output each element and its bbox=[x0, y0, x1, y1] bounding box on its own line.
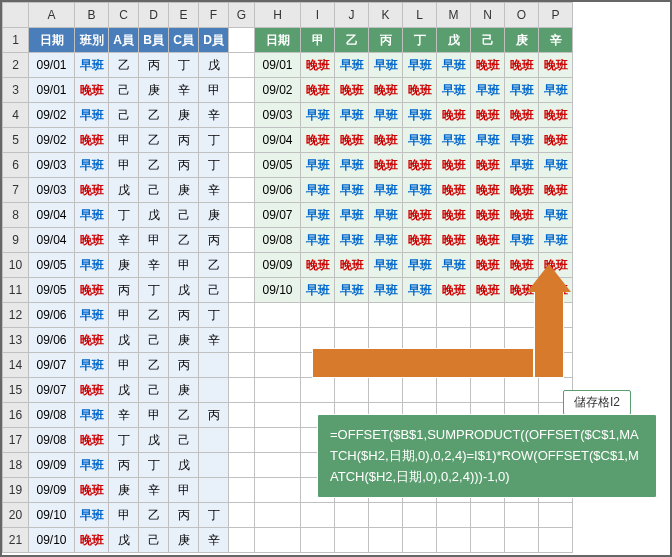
left-cell[interactable]: 丙 bbox=[169, 153, 199, 178]
right-header-cell[interactable]: 乙 bbox=[335, 28, 369, 53]
left-cell[interactable]: 丁 bbox=[169, 53, 199, 78]
col-header[interactable]: D bbox=[139, 3, 169, 28]
left-cell[interactable]: 戊 bbox=[199, 53, 229, 78]
blank-cell[interactable] bbox=[229, 428, 255, 453]
right-header-cell[interactable]: 丁 bbox=[403, 28, 437, 53]
row-header[interactable]: 7 bbox=[3, 178, 29, 203]
empty-cell[interactable] bbox=[505, 528, 539, 553]
right-cell[interactable]: 09/01 bbox=[255, 53, 301, 78]
right-cell[interactable]: 晚班 bbox=[301, 128, 335, 153]
empty-cell[interactable] bbox=[505, 503, 539, 528]
left-cell[interactable]: 己 bbox=[199, 278, 229, 303]
right-cell[interactable]: 晚班 bbox=[369, 78, 403, 103]
left-cell[interactable]: 早班 bbox=[75, 53, 109, 78]
left-cell[interactable]: 丙 bbox=[109, 453, 139, 478]
right-cell[interactable]: 晚班 bbox=[437, 278, 471, 303]
left-cell[interactable]: 庚 bbox=[169, 103, 199, 128]
right-cell[interactable]: 早班 bbox=[505, 228, 539, 253]
right-header-cell[interactable]: 甲 bbox=[301, 28, 335, 53]
blank-cell[interactable] bbox=[229, 378, 255, 403]
left-cell[interactable] bbox=[199, 428, 229, 453]
right-cell[interactable]: 早班 bbox=[301, 203, 335, 228]
left-cell[interactable]: 09/01 bbox=[29, 53, 75, 78]
left-cell[interactable]: 09/05 bbox=[29, 253, 75, 278]
right-cell[interactable]: 晚班 bbox=[505, 178, 539, 203]
empty-cell[interactable] bbox=[255, 528, 301, 553]
right-cell[interactable]: 晚班 bbox=[437, 228, 471, 253]
col-header[interactable]: E bbox=[169, 3, 199, 28]
empty-cell[interactable] bbox=[471, 303, 505, 328]
right-cell[interactable]: 晚班 bbox=[437, 103, 471, 128]
left-header-cell[interactable]: A員 bbox=[109, 28, 139, 53]
col-header[interactable]: M bbox=[437, 3, 471, 28]
right-cell[interactable]: 早班 bbox=[369, 53, 403, 78]
empty-cell[interactable] bbox=[301, 503, 335, 528]
left-cell[interactable]: 晚班 bbox=[75, 328, 109, 353]
blank-cell[interactable] bbox=[229, 528, 255, 553]
empty-cell[interactable] bbox=[403, 503, 437, 528]
left-cell[interactable]: 甲 bbox=[109, 503, 139, 528]
right-cell[interactable]: 晚班 bbox=[335, 253, 369, 278]
left-cell[interactable]: 辛 bbox=[199, 328, 229, 353]
left-cell[interactable]: 戊 bbox=[169, 453, 199, 478]
right-cell[interactable]: 早班 bbox=[403, 53, 437, 78]
right-cell[interactable]: 晚班 bbox=[471, 53, 505, 78]
left-cell[interactable]: 辛 bbox=[169, 78, 199, 103]
right-cell[interactable]: 早班 bbox=[335, 103, 369, 128]
right-cell[interactable]: 早班 bbox=[437, 78, 471, 103]
left-cell[interactable]: 甲 bbox=[109, 153, 139, 178]
left-cell[interactable]: 09/03 bbox=[29, 178, 75, 203]
blank-cell[interactable] bbox=[229, 478, 255, 503]
row-header[interactable]: 3 bbox=[3, 78, 29, 103]
right-cell[interactable]: 早班 bbox=[437, 253, 471, 278]
right-cell[interactable]: 早班 bbox=[403, 103, 437, 128]
left-cell[interactable]: 丁 bbox=[139, 278, 169, 303]
empty-cell[interactable] bbox=[437, 378, 471, 403]
left-cell[interactable]: 己 bbox=[109, 78, 139, 103]
right-header-cell[interactable]: 庚 bbox=[505, 28, 539, 53]
blank-cell[interactable] bbox=[229, 353, 255, 378]
col-header[interactable]: I bbox=[301, 3, 335, 28]
col-header[interactable]: N bbox=[471, 3, 505, 28]
left-cell[interactable]: 丁 bbox=[199, 128, 229, 153]
empty-cell[interactable] bbox=[255, 353, 301, 378]
left-header-cell[interactable]: B員 bbox=[139, 28, 169, 53]
col-header[interactable]: G bbox=[229, 3, 255, 28]
left-cell[interactable]: 丁 bbox=[109, 203, 139, 228]
left-cell[interactable]: 乙 bbox=[169, 403, 199, 428]
right-cell[interactable]: 晚班 bbox=[369, 128, 403, 153]
left-cell[interactable]: 晚班 bbox=[75, 228, 109, 253]
col-header[interactable]: F bbox=[199, 3, 229, 28]
corner-cell[interactable] bbox=[3, 3, 29, 28]
right-cell[interactable]: 晚班 bbox=[403, 153, 437, 178]
blank-cell[interactable] bbox=[229, 78, 255, 103]
row-header[interactable]: 4 bbox=[3, 103, 29, 128]
left-cell[interactable]: 庚 bbox=[109, 478, 139, 503]
right-cell[interactable]: 早班 bbox=[539, 203, 573, 228]
blank-cell[interactable] bbox=[229, 178, 255, 203]
left-cell[interactable]: 晚班 bbox=[75, 178, 109, 203]
row-header[interactable]: 20 bbox=[3, 503, 29, 528]
right-header-cell[interactable]: 丙 bbox=[369, 28, 403, 53]
empty-cell[interactable] bbox=[539, 503, 573, 528]
left-cell[interactable]: 丁 bbox=[199, 153, 229, 178]
empty-cell[interactable] bbox=[335, 378, 369, 403]
row-header[interactable]: 2 bbox=[3, 53, 29, 78]
right-cell[interactable]: 晚班 bbox=[369, 153, 403, 178]
left-cell[interactable]: 09/02 bbox=[29, 103, 75, 128]
left-cell[interactable]: 甲 bbox=[109, 128, 139, 153]
left-cell[interactable]: 早班 bbox=[75, 153, 109, 178]
right-cell[interactable]: 晚班 bbox=[539, 103, 573, 128]
left-cell[interactable]: 丙 bbox=[169, 303, 199, 328]
row-header[interactable]: 17 bbox=[3, 428, 29, 453]
empty-cell[interactable] bbox=[471, 378, 505, 403]
left-cell[interactable]: 09/02 bbox=[29, 128, 75, 153]
right-header-cell[interactable]: 己 bbox=[471, 28, 505, 53]
empty-cell[interactable] bbox=[255, 453, 301, 478]
blank-cell[interactable] bbox=[229, 128, 255, 153]
empty-cell[interactable] bbox=[335, 503, 369, 528]
left-cell[interactable]: 早班 bbox=[75, 303, 109, 328]
left-cell[interactable]: 晚班 bbox=[75, 478, 109, 503]
row-header[interactable]: 18 bbox=[3, 453, 29, 478]
right-cell[interactable]: 晚班 bbox=[471, 178, 505, 203]
